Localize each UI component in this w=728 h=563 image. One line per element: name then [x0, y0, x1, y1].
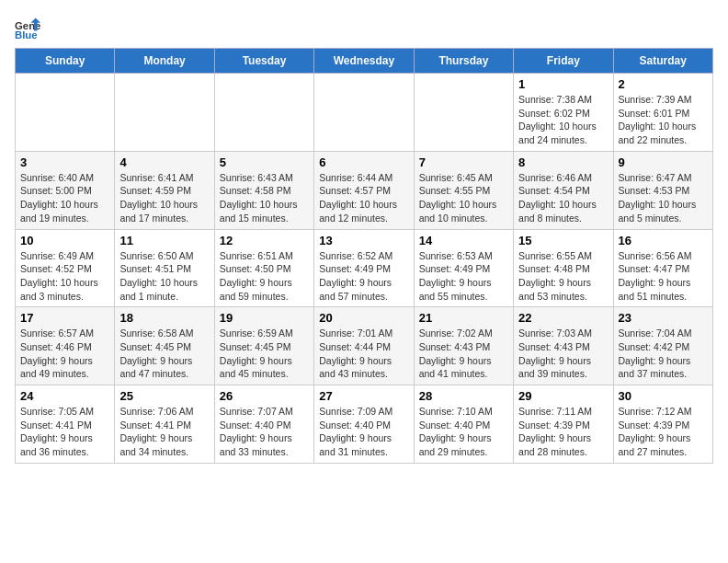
day-number: 15	[518, 234, 608, 247]
day-info: Sunrise: 7:39 AM Sunset: 6:01 PM Dayligh…	[619, 93, 708, 147]
day-info: Sunrise: 7:06 AM Sunset: 4:41 PM Dayligh…	[119, 405, 209, 459]
calendar-cell: 26Sunrise: 7:07 AM Sunset: 4:40 PM Dayli…	[214, 385, 313, 464]
calendar-cell: 1Sunrise: 7:38 AM Sunset: 6:02 PM Daylig…	[514, 74, 613, 152]
day-info: Sunrise: 7:07 AM Sunset: 4:40 PM Dayligh…	[220, 405, 309, 459]
calendar-cell: 9Sunrise: 6:47 AM Sunset: 4:53 PM Daylig…	[613, 151, 712, 229]
calendar-cell: 10Sunrise: 6:49 AM Sunset: 4:52 PM Dayli…	[16, 229, 115, 307]
day-number: 19	[220, 311, 309, 325]
calendar-cell: 20Sunrise: 7:01 AM Sunset: 4:44 PM Dayli…	[314, 307, 414, 385]
calendar-cell: 14Sunrise: 6:53 AM Sunset: 4:49 PM Dayli…	[414, 229, 513, 307]
day-number: 17	[20, 311, 109, 325]
day-number: 5	[220, 155, 309, 169]
calendar-cell	[214, 74, 313, 152]
day-info: Sunrise: 6:55 AM Sunset: 4:48 PM Dayligh…	[518, 249, 608, 304]
day-info: Sunrise: 7:05 AM Sunset: 4:41 PM Dayligh…	[20, 405, 109, 459]
calendar-table: SundayMondayTuesdayWednesdayThursdayFrid…	[15, 48, 713, 464]
calendar-cell	[414, 74, 513, 152]
day-info: Sunrise: 6:50 AM Sunset: 4:51 PM Dayligh…	[119, 249, 209, 304]
day-info: Sunrise: 7:11 AM Sunset: 4:39 PM Dayligh…	[518, 405, 608, 459]
calendar-cell: 12Sunrise: 6:51 AM Sunset: 4:50 PM Dayli…	[214, 229, 313, 307]
calendar-cell: 11Sunrise: 6:50 AM Sunset: 4:51 PM Dayli…	[115, 229, 214, 307]
calendar-cell: 4Sunrise: 6:41 AM Sunset: 4:59 PM Daylig…	[115, 151, 214, 229]
calendar-cell: 19Sunrise: 6:59 AM Sunset: 4:45 PM Dayli…	[214, 307, 313, 385]
day-number: 29	[518, 389, 608, 403]
calendar-cell: 30Sunrise: 7:12 AM Sunset: 4:39 PM Dayli…	[613, 385, 712, 464]
day-number: 16	[619, 234, 708, 247]
calendar-cell: 29Sunrise: 7:11 AM Sunset: 4:39 PM Dayli…	[514, 385, 613, 464]
day-number: 26	[220, 389, 309, 403]
day-info: Sunrise: 6:56 AM Sunset: 4:47 PM Dayligh…	[619, 249, 708, 304]
day-number: 25	[119, 389, 209, 403]
day-number: 8	[518, 155, 608, 169]
calendar-cell: 21Sunrise: 7:02 AM Sunset: 4:43 PM Dayli…	[414, 307, 513, 385]
day-info: Sunrise: 6:58 AM Sunset: 4:45 PM Dayligh…	[119, 327, 209, 381]
logo-icon: General Blue	[15, 15, 40, 40]
day-info: Sunrise: 7:04 AM Sunset: 4:42 PM Dayligh…	[619, 327, 708, 381]
day-number: 21	[419, 311, 508, 325]
col-header-wednesday: Wednesday	[314, 49, 414, 74]
day-info: Sunrise: 7:38 AM Sunset: 6:02 PM Dayligh…	[518, 93, 608, 147]
day-info: Sunrise: 6:45 AM Sunset: 4:55 PM Dayligh…	[419, 171, 508, 225]
svg-text:Blue: Blue	[15, 29, 38, 40]
col-header-monday: Monday	[115, 49, 214, 74]
day-number: 4	[119, 155, 209, 169]
day-info: Sunrise: 7:10 AM Sunset: 4:40 PM Dayligh…	[419, 405, 508, 459]
calendar-cell: 27Sunrise: 7:09 AM Sunset: 4:40 PM Dayli…	[314, 385, 414, 464]
calendar-cell: 16Sunrise: 6:56 AM Sunset: 4:47 PM Dayli…	[613, 229, 712, 307]
day-number: 6	[319, 155, 408, 169]
day-info: Sunrise: 6:53 AM Sunset: 4:49 PM Dayligh…	[419, 249, 508, 304]
calendar-cell: 6Sunrise: 6:44 AM Sunset: 4:57 PM Daylig…	[314, 151, 414, 229]
header: General Blue	[15, 15, 713, 40]
calendar-cell	[115, 74, 214, 152]
day-number: 3	[20, 155, 109, 169]
day-number: 7	[419, 155, 508, 169]
col-header-thursday: Thursday	[414, 49, 513, 74]
day-number: 22	[518, 311, 608, 325]
calendar-cell	[314, 74, 414, 152]
day-info: Sunrise: 7:03 AM Sunset: 4:43 PM Dayligh…	[518, 327, 608, 381]
day-info: Sunrise: 7:02 AM Sunset: 4:43 PM Dayligh…	[419, 327, 508, 381]
day-info: Sunrise: 6:52 AM Sunset: 4:49 PM Dayligh…	[319, 249, 408, 304]
calendar-cell: 17Sunrise: 6:57 AM Sunset: 4:46 PM Dayli…	[16, 307, 115, 385]
day-number: 9	[619, 155, 708, 169]
calendar-cell: 25Sunrise: 7:06 AM Sunset: 4:41 PM Dayli…	[115, 385, 214, 464]
day-number: 30	[619, 389, 708, 403]
calendar-cell: 23Sunrise: 7:04 AM Sunset: 4:42 PM Dayli…	[613, 307, 712, 385]
col-header-sunday: Sunday	[16, 49, 115, 74]
day-info: Sunrise: 7:12 AM Sunset: 4:39 PM Dayligh…	[619, 405, 708, 459]
calendar-cell: 22Sunrise: 7:03 AM Sunset: 4:43 PM Dayli…	[514, 307, 613, 385]
calendar-cell: 28Sunrise: 7:10 AM Sunset: 4:40 PM Dayli…	[414, 385, 513, 464]
day-info: Sunrise: 6:46 AM Sunset: 4:54 PM Dayligh…	[518, 171, 608, 225]
day-number: 20	[319, 311, 408, 325]
day-number: 1	[518, 77, 608, 91]
day-number: 2	[619, 77, 708, 91]
day-number: 28	[419, 389, 508, 403]
day-info: Sunrise: 6:51 AM Sunset: 4:50 PM Dayligh…	[220, 249, 309, 304]
calendar-cell: 8Sunrise: 6:46 AM Sunset: 4:54 PM Daylig…	[514, 151, 613, 229]
calendar-cell	[16, 74, 115, 152]
day-info: Sunrise: 6:41 AM Sunset: 4:59 PM Dayligh…	[119, 171, 209, 225]
day-number: 12	[220, 234, 309, 247]
day-number: 24	[20, 389, 109, 403]
day-info: Sunrise: 6:44 AM Sunset: 4:57 PM Dayligh…	[319, 171, 408, 225]
day-number: 11	[119, 234, 209, 247]
day-info: Sunrise: 7:01 AM Sunset: 4:44 PM Dayligh…	[319, 327, 408, 381]
day-number: 18	[119, 311, 209, 325]
day-info: Sunrise: 7:09 AM Sunset: 4:40 PM Dayligh…	[319, 405, 408, 459]
day-info: Sunrise: 6:57 AM Sunset: 4:46 PM Dayligh…	[20, 327, 109, 381]
calendar-cell: 5Sunrise: 6:43 AM Sunset: 4:58 PM Daylig…	[214, 151, 313, 229]
calendar-cell: 24Sunrise: 7:05 AM Sunset: 4:41 PM Dayli…	[16, 385, 115, 464]
day-number: 13	[319, 234, 408, 247]
calendar-cell: 15Sunrise: 6:55 AM Sunset: 4:48 PM Dayli…	[514, 229, 613, 307]
calendar-cell: 7Sunrise: 6:45 AM Sunset: 4:55 PM Daylig…	[414, 151, 513, 229]
calendar-cell: 13Sunrise: 6:52 AM Sunset: 4:49 PM Dayli…	[314, 229, 414, 307]
day-info: Sunrise: 6:40 AM Sunset: 5:00 PM Dayligh…	[20, 171, 109, 225]
logo: General Blue	[15, 15, 44, 40]
day-number: 23	[619, 311, 708, 325]
col-header-saturday: Saturday	[613, 49, 712, 74]
day-number: 14	[419, 234, 508, 247]
col-header-friday: Friday	[514, 49, 613, 74]
col-header-tuesday: Tuesday	[214, 49, 313, 74]
day-info: Sunrise: 6:47 AM Sunset: 4:53 PM Dayligh…	[619, 171, 708, 225]
day-info: Sunrise: 6:43 AM Sunset: 4:58 PM Dayligh…	[220, 171, 309, 225]
